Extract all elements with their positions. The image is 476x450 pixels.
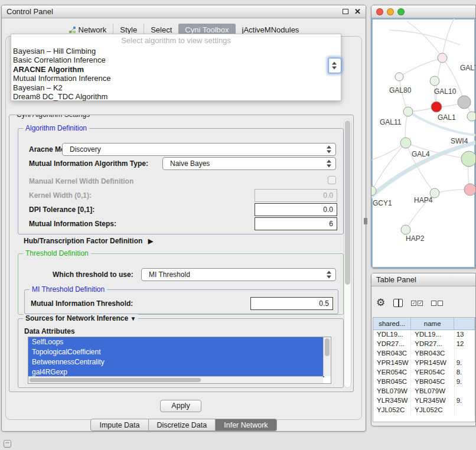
table-cell: 12 [455,340,475,349]
select-all-columns-icon[interactable]: ✓✓ [411,301,423,306]
list-vertical-scrollbar[interactable] [323,337,331,376]
aracne-mode-select[interactable]: Discovery [62,143,336,156]
list-horizontal-scrollbar[interactable] [28,376,323,383]
which-threshold-select[interactable]: MI Threshold [141,268,336,281]
network-node[interactable] [430,76,439,86]
table-row[interactable]: YPR145WYPR145W9. [373,358,475,368]
network-edge[interactable] [407,21,442,58]
column-header[interactable] [454,318,475,330]
sources-group: Sources for Network Inference ▼ Data Att… [18,318,344,388]
node-label: GAL1 [438,113,456,122]
table-row[interactable]: YDL19...YDL19...13 [373,330,475,340]
table-cell: YER054C [373,368,411,377]
deselect-all-columns-icon[interactable] [431,301,443,306]
table-cell: YLR345W [411,396,454,406]
network-edge[interactable] [389,30,460,45]
algorithm-option[interactable]: Bayesian – K2 [11,83,341,92]
selected-value: Naive Bayes [170,159,210,168]
algorithm-option[interactable]: ARACNE Algorithm [11,65,341,74]
network-edge[interactable] [371,143,406,160]
chevron-down-icon: ▼ [130,315,136,322]
table-cell: YBR043C [373,349,411,358]
hub-definition-toggle[interactable]: Hub/Transcription Factor Definition ▶ [24,237,153,245]
column-header[interactable]: shared... [373,318,411,330]
attribute-list-item[interactable]: SelfLoops [28,337,324,347]
network-node[interactable] [467,112,475,121]
scrollbar-thumb[interactable] [345,120,350,285]
table-row[interactable]: YLR345WYLR345W9. [373,396,475,406]
sources-toggle[interactable]: Sources for Network Inference ▼ [23,314,138,322]
network-node[interactable] [400,138,411,148]
close-traffic-light[interactable] [376,8,383,15]
table-row[interactable]: YJL052CYJL052C [373,406,475,415]
kernel-width-label: Kernel Width (0,1): [29,191,92,200]
control-panel-titlebar: Control Panel ✕ [2,5,366,18]
network-edge[interactable] [442,18,454,58]
tab-discretize-data[interactable]: Discretize Data [149,419,216,431]
window-title: Control Panel [6,7,53,16]
panel-restore-icon[interactable] [4,440,11,448]
algorithm-option[interactable]: Bayesian – Hill Climbing [11,47,341,56]
scrollbar-thumb[interactable] [30,378,201,382]
network-node[interactable] [401,225,410,234]
algorithm-combo-stepper[interactable] [328,58,341,73]
network-node[interactable] [461,151,475,167]
table-cell: YER054C [411,368,454,377]
network-node[interactable] [395,73,403,81]
table-row[interactable]: YBR043CYBR043C [373,349,475,358]
selected-value: MI Threshold [149,270,190,279]
network-graph[interactable]: GAL7GAL80GAL10GAL11GAL1SWI4GAL4GCY1HAP4H… [371,18,475,268]
data-attributes-list[interactable]: SelfLoopsTopologicalCoefficientBetweenne… [28,337,331,384]
dpi-tolerance-field[interactable]: 0.0 [255,203,337,216]
table-row[interactable]: YER054CYER054C8. [373,368,475,377]
columns-icon[interactable] [393,299,403,307]
mi-threshold-field[interactable]: 0.5 [250,297,333,310]
tab-label: Style [120,25,137,34]
algorithm-option[interactable]: Dream8 DC_TDC Algorithm [11,92,341,101]
tab-label: jActiveMNodules [242,25,299,34]
mi-type-label: Mutual Information Algorithm Type: [29,159,148,168]
network-edge[interactable] [399,58,442,77]
chevron-right-icon: ▶ [148,237,153,244]
column-header[interactable]: name [411,318,454,330]
manual-kernel-checkbox[interactable] [328,176,336,184]
minimize-traffic-light[interactable] [387,8,394,15]
attribute-list-item[interactable]: BetweennessCentrality [28,357,324,367]
algorithm-option[interactable]: Basic Correlation Inference [11,56,341,64]
apply-button[interactable]: Apply [160,400,201,412]
network-node[interactable] [403,107,413,116]
tab-infer-network[interactable]: Infer Network [216,419,276,431]
scrollbar-thumb[interactable] [325,338,330,356]
splitter-handle[interactable] [364,218,367,224]
float-window-icon[interactable] [343,9,348,14]
node-label: HAP4 [414,196,433,204]
network-node[interactable] [458,96,471,109]
attribute-list-item[interactable]: TopologicalCoefficient [28,347,324,357]
mi-steps-field[interactable]: 6 [255,217,337,230]
tab-impute-data[interactable]: Impute Data [90,419,148,431]
table-cell: YJL052C [411,406,454,415]
table-row[interactable]: YBL079WYBL079W [373,387,475,396]
group-title: MI Threshold Definition [30,285,107,294]
table-cell: YDR27... [411,340,454,349]
table-cell: 13 [455,330,475,340]
settings-scrollbar[interactable] [344,119,351,388]
kernel-width-field[interactable]: 0.0 [255,189,337,202]
network-node[interactable] [431,102,442,112]
table-row[interactable]: YDR27...YDR27...12 [373,340,475,349]
network-canvas[interactable]: GAL7GAL80GAL10GAL11GAL1SWI4GAL4GCY1HAP4H… [371,18,475,268]
tab-label: Select [151,25,172,34]
stepper-icon [332,62,337,70]
table-cell: 9. [455,396,475,406]
zoom-traffic-light[interactable] [397,8,405,15]
algorithm-option[interactable]: Mutual Information Inference [11,74,341,83]
table-cell: YBR045C [373,377,411,387]
close-icon[interactable]: ✕ [354,8,361,15]
network-view-window: GAL7GAL80GAL10GAL11GAL1SWI4GAL4GCY1HAP4H… [371,5,476,269]
network-node[interactable] [438,53,447,63]
table-row[interactable]: YBR045CYBR045C9. [373,377,475,387]
network-node[interactable] [464,184,475,195]
mi-type-select[interactable]: Naive Bayes [162,157,336,170]
gear-icon[interactable]: ⚙ [376,298,385,308]
bottom-tabs: Impute Data Discretize Data Infer Networ… [2,419,366,431]
